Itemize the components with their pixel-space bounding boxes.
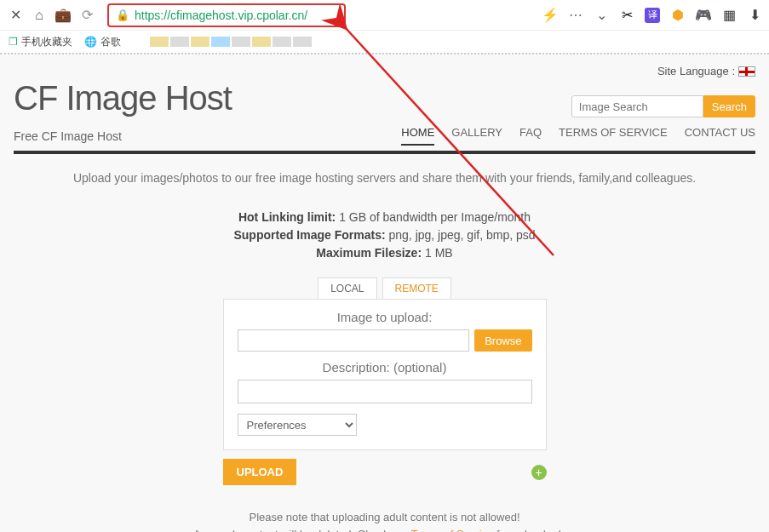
- intro-text: Upload your images/photos to our free im…: [14, 171, 755, 185]
- language-label: Site Language :: [657, 65, 735, 77]
- limit-value: 1 MB: [422, 246, 453, 260]
- blurred-bookmarks: [150, 37, 312, 47]
- file-input[interactable]: [238, 329, 470, 352]
- tab-local[interactable]: LOCAL: [318, 277, 376, 299]
- upload-button[interactable]: UPLOAD: [223, 459, 297, 485]
- game-icon[interactable]: 🎮: [696, 8, 711, 23]
- lock-icon: 🔒: [116, 9, 129, 21]
- bookmark-mobile[interactable]: ❐ 手机收藏夹: [9, 35, 72, 49]
- mobile-icon: ❐: [9, 36, 18, 48]
- browse-button[interactable]: Browse: [474, 329, 531, 352]
- apps-icon[interactable]: ▦: [721, 8, 737, 23]
- limit-value: png, jpg, jpeg, gif, bmp, psd: [386, 228, 536, 242]
- description-input[interactable]: [238, 380, 532, 403]
- shield-icon[interactable]: ⬢: [670, 8, 686, 23]
- limits-info: Hot Linking limit: 1 GB of bandwidth per…: [14, 209, 755, 262]
- page-title: CF Image Host: [14, 79, 232, 117]
- tab-remote[interactable]: REMOTE: [382, 277, 451, 299]
- limit-value: 1 GB of bandwidth per Image/month: [336, 210, 531, 224]
- briefcase-icon[interactable]: 💼: [55, 7, 72, 24]
- nav-contact[interactable]: CONTACT US: [685, 126, 755, 146]
- nav-gallery[interactable]: GALLERY: [451, 126, 502, 146]
- search-button[interactable]: Search: [703, 95, 755, 117]
- header-divider: [14, 151, 755, 154]
- language-selector[interactable]: Site Language :: [14, 61, 755, 81]
- limit-label: Hot Linking limit:: [238, 210, 336, 224]
- page-content: Site Language : CF Image Host Search Fre…: [0, 53, 769, 532]
- main-nav: HOME GALLERY FAQ TERMS OF SERVICE CONTAC…: [401, 126, 755, 146]
- nav-faq[interactable]: FAQ: [519, 126, 542, 146]
- address-bar[interactable]: 🔒 https://cfimagehost.vip.cpolar.cn/: [107, 3, 346, 27]
- footer-note: Please note that uploading adult content…: [14, 509, 755, 532]
- tos-link[interactable]: Terms of Service: [410, 528, 493, 533]
- limit-label: Maximum Filesize:: [316, 246, 422, 260]
- nav-tos[interactable]: TERMS OF SERVICE: [559, 126, 668, 146]
- refresh-icon[interactable]: ⟳: [78, 7, 95, 24]
- footer-text: Any such content will be deleted. Check …: [193, 528, 411, 533]
- upload-label: Image to upload:: [238, 310, 532, 324]
- upload-tabs: LOCAL REMOTE: [14, 277, 755, 299]
- tagline: Free CF Image Host: [14, 129, 122, 143]
- footer-line1: Please note that uploading adult content…: [14, 509, 755, 526]
- search-form: Search: [571, 95, 755, 117]
- action-row: UPLOAD +: [223, 459, 547, 485]
- close-icon[interactable]: ✕: [7, 7, 24, 24]
- toolbar-right: ⚡ ⋯ ⌄ ✂ 译 ⬢ 🎮 ▦ ⬇: [542, 8, 762, 23]
- upload-panel: Image to upload: Browse Description: (op…: [223, 299, 547, 450]
- scissors-icon[interactable]: ✂: [619, 8, 634, 23]
- bookmark-label: 手机收藏夹: [21, 35, 72, 49]
- preferences-select[interactable]: Preferences: [238, 414, 357, 436]
- url-text: https://cfimagehost.vip.cpolar.cn/: [135, 9, 307, 22]
- globe-icon: 🌐: [84, 36, 97, 48]
- lightning-icon[interactable]: ⚡: [542, 8, 558, 23]
- flag-icon: [738, 66, 755, 77]
- limit-label: Supported Image Formats:: [233, 228, 385, 242]
- translate-icon[interactable]: 译: [645, 8, 660, 23]
- nav-home[interactable]: HOME: [401, 126, 434, 146]
- description-label: Description: (optional): [238, 360, 532, 375]
- more-icon[interactable]: ⋯: [568, 8, 583, 23]
- browser-toolbar: ✕ ⌂ 💼 ⟳ 🔒 https://cfimagehost.vip.cpolar…: [0, 0, 769, 31]
- add-icon[interactable]: +: [531, 465, 547, 480]
- footer-text: for upload rules.: [493, 528, 576, 533]
- home-icon[interactable]: ⌂: [31, 7, 48, 24]
- bookmark-label: 谷歌: [100, 35, 121, 49]
- download-icon[interactable]: ⬇: [747, 8, 762, 23]
- bookmark-bar: ❐ 手机收藏夹 🌐 谷歌: [0, 31, 769, 53]
- search-input[interactable]: [571, 95, 703, 117]
- bookmark-google[interactable]: 🌐 谷歌: [84, 35, 121, 49]
- chevron-down-icon[interactable]: ⌄: [594, 8, 609, 23]
